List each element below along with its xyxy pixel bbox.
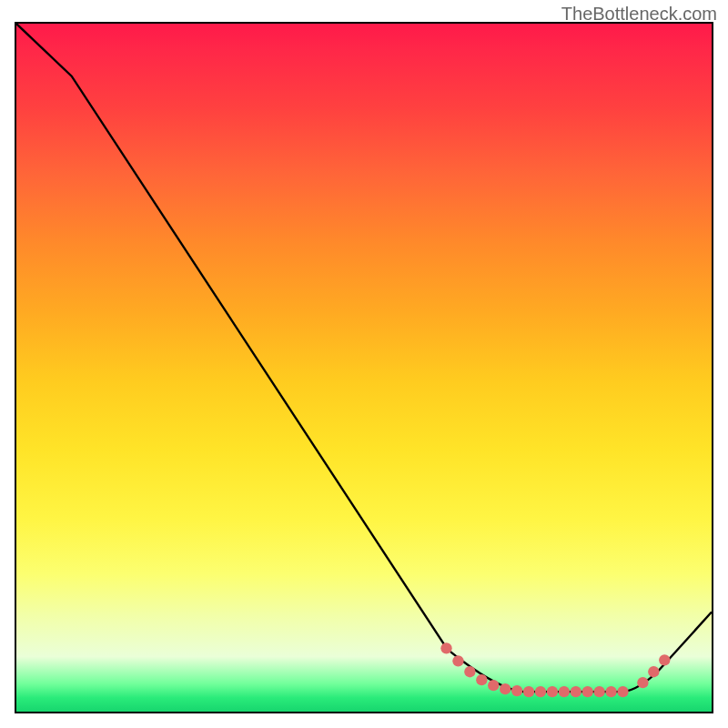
curve-line	[16, 24, 712, 692]
svg-point-17	[648, 666, 659, 677]
svg-point-2	[464, 666, 475, 677]
svg-point-18	[659, 654, 670, 665]
svg-point-15	[617, 686, 628, 697]
scatter-dots	[440, 642, 670, 697]
svg-point-5	[500, 683, 511, 694]
svg-point-8	[535, 686, 546, 697]
svg-point-0	[440, 642, 451, 653]
svg-point-3	[476, 674, 487, 685]
svg-point-12	[582, 686, 593, 697]
chart-container: TheBottleneck.com	[0, 0, 728, 728]
svg-point-7	[523, 686, 534, 697]
svg-point-1	[452, 655, 463, 666]
svg-point-11	[571, 686, 581, 697]
svg-point-9	[547, 686, 558, 697]
svg-point-14	[605, 686, 616, 697]
chart-svg	[16, 24, 712, 712]
svg-point-16	[637, 677, 648, 688]
svg-point-4	[488, 680, 499, 691]
svg-point-6	[511, 685, 522, 696]
plot-area	[15, 22, 713, 713]
svg-point-13	[593, 686, 604, 697]
svg-point-10	[559, 686, 570, 697]
